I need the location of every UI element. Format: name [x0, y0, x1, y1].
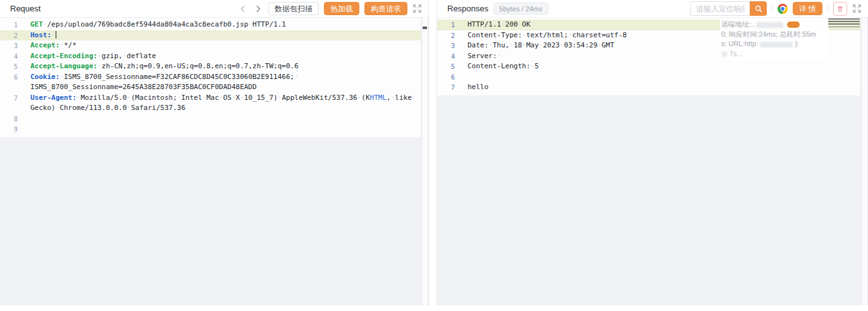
line-number: 5 — [0, 61, 29, 72]
open-in-browser-button[interactable] — [778, 4, 788, 14]
line-content: Content-Length:·5 — [466, 61, 539, 72]
detail-button[interactable]: 详情 — [793, 2, 822, 15]
line-content: HTTP/1.1·200·OK — [466, 20, 530, 30]
response-url-suffix: ): — [795, 40, 799, 47]
response-search — [690, 1, 767, 16]
line-content: Content-Type:·text/html;·charset=utf-8 — [466, 30, 627, 41]
line-number: 7 — [0, 93, 29, 104]
text-cursor-icon — [56, 31, 57, 39]
line-content — [466, 72, 468, 83]
code-line[interactable]: 7hello — [437, 82, 860, 93]
code-line[interactable]: 9 — [0, 124, 421, 135]
code-line[interactable]: 8 — [0, 114, 421, 125]
remote-address-label: 远端地址:.. — [721, 20, 755, 28]
line-number: 3 — [0, 40, 29, 51]
line-number: 5 — [437, 61, 466, 72]
expand-arrows-icon — [413, 4, 421, 13]
clear-response-button[interactable] — [833, 2, 847, 16]
line-number: 4 — [437, 51, 466, 62]
line-number: 6 — [437, 72, 466, 83]
expand-arrows-icon — [853, 4, 861, 13]
code-line[interactable]: 6 — [437, 72, 860, 83]
search-button[interactable] — [750, 1, 767, 16]
chevron-right-icon — [254, 5, 262, 13]
line-content: Host:· — [29, 30, 56, 41]
hot-reload-button[interactable]: 热加载 — [324, 2, 359, 15]
response-header: Responses 5bytes / 24ms 详情 — [437, 0, 868, 18]
code-line[interactable]: 2Host:· — [0, 30, 421, 41]
redacted-badge — [787, 21, 800, 28]
code-line[interactable]: 4Accept-Encoding:·gzip,·deflate — [0, 51, 421, 62]
request-code: 1GET·/eps/upload/769badc8ef5944da804a4ca… — [0, 18, 421, 137]
line-number: 1 — [437, 20, 466, 30]
line-content: hello — [466, 82, 488, 93]
packet-viewer: Request 数据包扫描 热加载 构造请求 — [0, 0, 868, 305]
response-scrollbar-track — [861, 18, 868, 305]
line-content: Cookie:·ISMS_8700_Sessionname=F32CAF86CD… — [29, 72, 299, 83]
redacted-remote-address — [757, 22, 783, 28]
code-line[interactable]: Gecko)·Chrome/113.0.0.0·Safari/537.36 — [0, 103, 421, 114]
chevron-left-icon — [239, 5, 247, 13]
line-number — [0, 103, 29, 114]
request-fullscreen-button[interactable] — [412, 4, 422, 13]
build-request-button[interactable]: 构造请求 — [364, 2, 407, 15]
search-input[interactable] — [690, 1, 750, 16]
line-number: 9 — [0, 124, 29, 135]
request-editor[interactable]: 1GET·/eps/upload/769badc8ef5944da804a4ca… — [0, 18, 428, 305]
response-url-prefix: s; URL:http: — [721, 40, 758, 47]
line-content: Date:·Thu,·18·May·2023·03:54:29·GMT — [466, 40, 614, 51]
request-header: Request 数据包扫描 热加载 构造请求 — [0, 0, 428, 18]
code-line[interactable]: 5Content-Length:·5 — [437, 61, 860, 72]
line-content: Server:· — [466, 51, 501, 62]
redacted-fragment — [721, 51, 728, 57]
redacted-url — [760, 42, 793, 47]
line-content: Accept-Encoding:·gzip,·deflate — [29, 51, 156, 62]
code-line[interactable]: 5Accept-Language:·zh-CN,zh;q=0.9,en-US;q… — [0, 61, 421, 72]
request-title: Request — [10, 4, 40, 13]
line-number: 3 — [437, 40, 466, 51]
code-line[interactable]: 3Accept:·*/* — [0, 40, 421, 51]
response-panel: Responses 5bytes / 24ms 详情 — [437, 0, 868, 305]
search-icon — [755, 5, 762, 13]
response-fullscreen-button[interactable] — [852, 4, 862, 13]
request-scrollbar-thumb[interactable] — [423, 27, 427, 29]
panel-divider[interactable] — [429, 0, 437, 305]
request-scrollbar-track — [421, 18, 428, 305]
trash-icon — [838, 5, 843, 13]
packet-scan-button[interactable]: 数据包扫描 — [268, 2, 319, 15]
line-content — [29, 124, 30, 135]
response-meta-overlay: 远端地址:.. 0; 响应时间:24ms; 总耗时:55m s; URL:htt… — [720, 19, 829, 59]
response-stats-badge: 5bytes / 24ms — [493, 3, 548, 15]
response-title: Responses — [447, 4, 488, 13]
code-line[interactable]: 6Cookie:·ISMS_8700_Sessionname=F32CAF86C… — [0, 72, 421, 83]
prev-request-button[interactable] — [238, 4, 248, 14]
next-request-button[interactable] — [253, 4, 263, 14]
code-line[interactable]: ISMS_8700_Sessionname=2645A38E28703F35BA… — [0, 82, 421, 93]
request-panel: Request 数据包扫描 热加载 构造请求 — [0, 0, 429, 305]
code-line[interactable]: 1GET·/eps/upload/769badc8ef5944da804a4ca… — [0, 20, 421, 30]
line-number: 2 — [0, 30, 29, 41]
censored-note — [828, 18, 860, 29]
line-number: 2 — [437, 30, 466, 41]
response-meta-tail: 7s... — [729, 50, 743, 58]
response-editor[interactable]: 1HTTP/1.1·200·OK2Content-Type:·text/html… — [437, 18, 868, 305]
line-content: User-Agent:·Mozilla/5.0·(Macintosh;·Inte… — [29, 93, 416, 104]
line-number: 1 — [0, 20, 29, 30]
line-number: 7 — [437, 82, 466, 93]
response-timing: 0; 响应时间:24ms; 总耗时:55m — [721, 30, 828, 40]
header-divider — [772, 4, 772, 13]
line-content: Accept:·*/* — [29, 40, 77, 51]
line-content: ISMS_8700_Sessionname=2645A38E28703F35BA… — [29, 82, 257, 93]
line-content — [29, 114, 30, 125]
header-divider — [828, 4, 828, 13]
line-number — [0, 82, 29, 93]
line-number: 8 — [0, 114, 29, 125]
line-content: Gecko)·Chrome/113.0.0.0·Safari/537.36 — [29, 103, 185, 114]
line-content: GET·/eps/upload/769badc8ef5944da804a4ca3… — [29, 20, 286, 30]
line-number: 4 — [0, 51, 29, 62]
code-line[interactable]: 7User-Agent:·Mozilla/5.0·(Macintosh;·Int… — [0, 93, 421, 104]
line-number: 6 — [0, 72, 29, 83]
line-content: Accept-Language:·zh-CN,zh;q=0.9,en-US;q=… — [29, 61, 299, 72]
